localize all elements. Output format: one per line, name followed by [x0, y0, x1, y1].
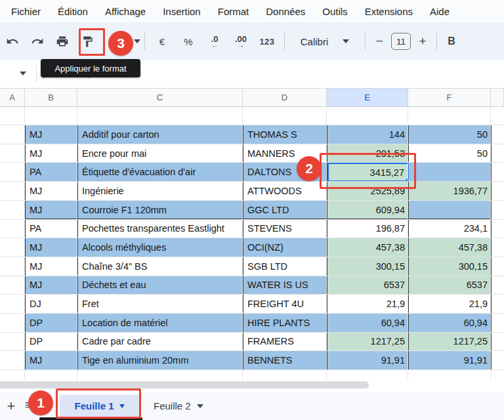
cell-E-row9[interactable]: 6537	[327, 276, 409, 295]
print-icon[interactable]	[50, 35, 75, 48]
cell-F-row6[interactable]: 234,1	[409, 219, 492, 238]
menu-item-outils[interactable]: Outils	[314, 6, 356, 17]
cell-C-row6[interactable]: Pochettes transparentes Eastlight	[78, 219, 243, 238]
cell-F-row4[interactable]: 1936,77	[409, 182, 492, 201]
cell-E-row12[interactable]: 1217,25	[327, 333, 409, 352]
cell-B-row7[interactable]: MJ	[26, 238, 78, 257]
column-header-d[interactable]: D	[243, 89, 327, 106]
column-header-c[interactable]: C	[77, 89, 243, 106]
currency-format-button[interactable]: €	[149, 36, 175, 47]
table-row: MJCourroie F1 120mmGGC LTD609,94	[26, 201, 492, 220]
cell-B-row11[interactable]: DP	[26, 314, 78, 333]
cell-C-row10[interactable]: Fret	[78, 295, 243, 314]
cell-C-row12[interactable]: Cadre par cadre	[78, 333, 243, 352]
cell-F-row7[interactable]: 457,38	[409, 238, 492, 257]
cell-C-row11[interactable]: Location de matériel	[78, 314, 243, 333]
horizontal-scrollbar-thumb[interactable]	[0, 381, 369, 388]
tab-feuille-2[interactable]: Feuille 2	[150, 395, 207, 417]
cell-E-row13[interactable]: 91,91	[327, 351, 409, 370]
cell-E-row8[interactable]: 300,15	[327, 257, 409, 276]
cell-E-row7[interactable]: 457,38	[327, 238, 409, 257]
menu-item-fichier[interactable]: Fichier	[3, 6, 49, 17]
cell-B-row8[interactable]: MJ	[26, 257, 78, 276]
cell-F-row5[interactable]	[409, 201, 492, 220]
cell-E-row10[interactable]: 21,9	[327, 295, 409, 314]
cell-C-row9[interactable]: Déchets et eau	[78, 276, 243, 295]
font-select[interactable]: Calibri	[289, 36, 361, 47]
menu-item-donnees[interactable]: Données	[257, 6, 314, 17]
cell-E-row2[interactable]: 291,53	[327, 144, 409, 163]
font-size-input[interactable]: 11	[389, 33, 413, 50]
cell-D-row11[interactable]: HIRE PLANTS	[243, 314, 327, 333]
cell-C-row1[interactable]: Additif pour carton	[78, 125, 243, 144]
cell-F-row2[interactable]: 50	[409, 144, 492, 163]
cell-F-row11[interactable]: 60,94	[409, 314, 492, 333]
menu-item-extensions[interactable]: Extensions	[356, 6, 421, 17]
cell-C-row13[interactable]: Tige en aluminium 20mm	[78, 351, 243, 370]
cell-E-row3[interactable]: 3415,27	[327, 163, 409, 182]
menu-item-edition[interactable]: Édition	[49, 6, 96, 17]
decrease-decimal-button[interactable]: .0←	[201, 35, 228, 49]
name-box-dropdown-icon[interactable]	[20, 72, 26, 75]
cell-C-row4[interactable]: Ingénierie	[78, 182, 243, 201]
cell-E-row5[interactable]: 609,94	[327, 201, 409, 220]
cell-C-row7[interactable]: Alcools méthyliques	[78, 238, 243, 257]
gridline	[24, 107, 25, 379]
cell-B-row3[interactable]: PA	[26, 163, 78, 182]
cell-B-row4[interactable]: MJ	[26, 182, 78, 201]
more-formats-button[interactable]: 123	[254, 37, 280, 47]
cell-D-row6[interactable]: STEVENS	[243, 219, 327, 238]
gridline	[242, 107, 243, 379]
cell-D-row7[interactable]: OCI(NZ)	[243, 238, 327, 257]
cell-B-row10[interactable]: DJ	[26, 295, 78, 314]
tab-feuille-1[interactable]: Feuille 1	[60, 395, 139, 417]
increase-decimal-button[interactable]: .00→	[228, 35, 254, 49]
column-header-f[interactable]: F	[408, 89, 491, 106]
bold-button[interactable]: B	[441, 35, 462, 47]
menu-item-insertion[interactable]: Insertion	[154, 6, 209, 17]
cell-D-row1[interactable]: THOMAS S	[243, 125, 327, 144]
cell-C-row2[interactable]: Encre pour mai	[78, 144, 243, 163]
cell-F-row8[interactable]: 300,15	[409, 257, 492, 276]
cell-F-row9[interactable]: 6537	[409, 276, 492, 295]
cell-F-row10[interactable]: 21,9	[409, 295, 492, 314]
paint-format-icon[interactable]	[75, 35, 100, 48]
cell-E-row1[interactable]: 144	[327, 125, 409, 144]
cell-F-row12[interactable]: 1217,25	[409, 333, 492, 352]
cell-F-row13[interactable]: 91,91	[409, 351, 492, 370]
cell-B-row6[interactable]: PA	[26, 219, 78, 238]
menu-item-affichage[interactable]: Affichage	[96, 6, 154, 17]
cell-B-row2[interactable]: MJ	[26, 144, 78, 163]
cell-D-row8[interactable]: SGB LTD	[243, 257, 327, 276]
cell-E-row4[interactable]: 2525,89	[327, 182, 409, 201]
cell-D-row13[interactable]: BENNETS	[243, 351, 327, 370]
menu-item-format[interactable]: Format	[209, 6, 258, 17]
cell-F-row1[interactable]: 50	[409, 125, 492, 144]
cell-E-row11[interactable]: 60,94	[327, 314, 409, 333]
decrease-font-size-button[interactable]: −	[369, 34, 389, 49]
cell-D-row4[interactable]: ATTWOODS	[243, 182, 327, 201]
cell-C-row8[interactable]: Chaîne 3/4" BS	[78, 257, 243, 276]
redo-icon[interactable]	[25, 35, 50, 48]
percent-format-button[interactable]: %	[175, 36, 201, 47]
column-header-e[interactable]: E	[327, 89, 408, 106]
cell-D-row10[interactable]: FREIGHT 4U	[243, 295, 327, 314]
column-header-b[interactable]: B	[25, 89, 77, 106]
column-header-a[interactable]: A	[0, 89, 25, 106]
cell-D-row12[interactable]: FRAMERS	[243, 333, 327, 352]
cell-D-row5[interactable]: GGC LTD	[243, 201, 327, 220]
cell-C-row5[interactable]: Courroie F1 120mm	[78, 201, 243, 220]
cell-B-row13[interactable]: MJ	[26, 351, 78, 370]
add-sheet-button[interactable]: +	[3, 398, 20, 415]
cell-B-row5[interactable]: MJ	[26, 201, 78, 220]
cell-B-row1[interactable]: MJ	[26, 125, 78, 144]
cell-E-row6[interactable]: 196,87	[327, 219, 409, 238]
undo-icon[interactable]	[0, 35, 25, 48]
cell-F-row3[interactable]	[409, 163, 492, 182]
cell-D-row9[interactable]: WATER IS US	[243, 276, 327, 295]
cell-C-row3[interactable]: Étiquette d'évacuation d'air	[78, 163, 243, 182]
cell-B-row12[interactable]: DP	[26, 333, 78, 352]
cell-B-row9[interactable]: MJ	[26, 276, 78, 295]
menu-item-aide[interactable]: Aide	[421, 6, 458, 17]
increase-font-size-button[interactable]: +	[413, 34, 432, 49]
